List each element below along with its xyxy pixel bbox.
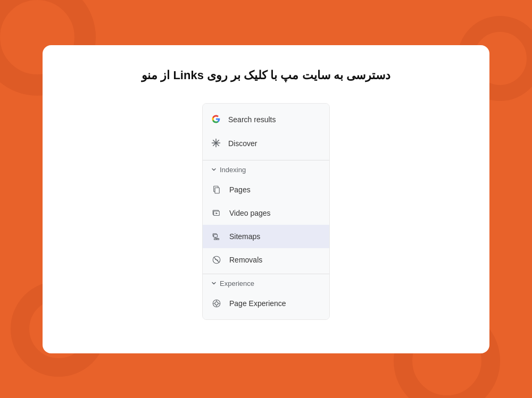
pages-label: Pages: [229, 185, 251, 194]
sidebar-item-removals[interactable]: Removals: [203, 248, 329, 272]
sidebar-item-search-results[interactable]: Search results: [203, 108, 329, 132]
video-pages-icon: [211, 208, 222, 218]
sitemaps-icon: [211, 231, 222, 242]
google-icon: [211, 114, 221, 125]
sidebar-item-page-experience[interactable]: Page Experience: [203, 292, 329, 315]
removals-icon: [211, 255, 222, 265]
main-card: دسترسی به سایت مپ با کلیک بر روی Links ا…: [43, 45, 489, 353]
sitemaps-label: Sitemaps: [229, 232, 260, 241]
sidebar-item-sitemaps[interactable]: Sitemaps: [203, 225, 329, 248]
sidebar-menu: Search results Discover: [202, 103, 330, 320]
sidebar-item-video-pages[interactable]: Video pages: [203, 201, 329, 225]
top-menu-section: Search results Discover: [203, 104, 329, 160]
discover-label: Discover: [228, 139, 257, 148]
discover-icon: [211, 138, 221, 149]
experience-section: Experience Page Experience: [203, 274, 329, 319]
chevron-down-icon-2: [211, 280, 217, 287]
removals-label: Removals: [229, 256, 262, 264]
sidebar-item-discover[interactable]: Discover: [203, 132, 329, 156]
video-pages-label: Video pages: [229, 209, 271, 217]
pages-icon: [211, 184, 222, 195]
page-experience-icon: [211, 298, 222, 309]
experience-header: Experience: [203, 274, 329, 292]
indexing-section: Indexing Pages: [203, 160, 329, 274]
page-experience-label: Page Experience: [229, 299, 286, 308]
indexing-header: Indexing: [203, 160, 329, 178]
svg-point-20: [215, 302, 218, 305]
chevron-down-icon: [211, 166, 217, 174]
sidebar-item-pages[interactable]: Pages: [203, 178, 329, 201]
experience-label: Experience: [220, 280, 254, 287]
svg-rect-5: [215, 188, 219, 193]
search-results-label: Search results: [228, 115, 276, 124]
indexing-label: Indexing: [220, 166, 246, 174]
svg-rect-10: [214, 234, 218, 237]
page-title: دسترسی به سایت مپ با کلیک بر روی Links ا…: [142, 66, 390, 84]
